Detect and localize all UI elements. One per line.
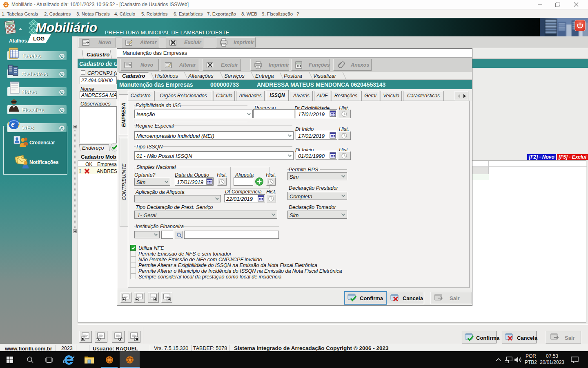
svg-text:e: e <box>11 119 15 128</box>
